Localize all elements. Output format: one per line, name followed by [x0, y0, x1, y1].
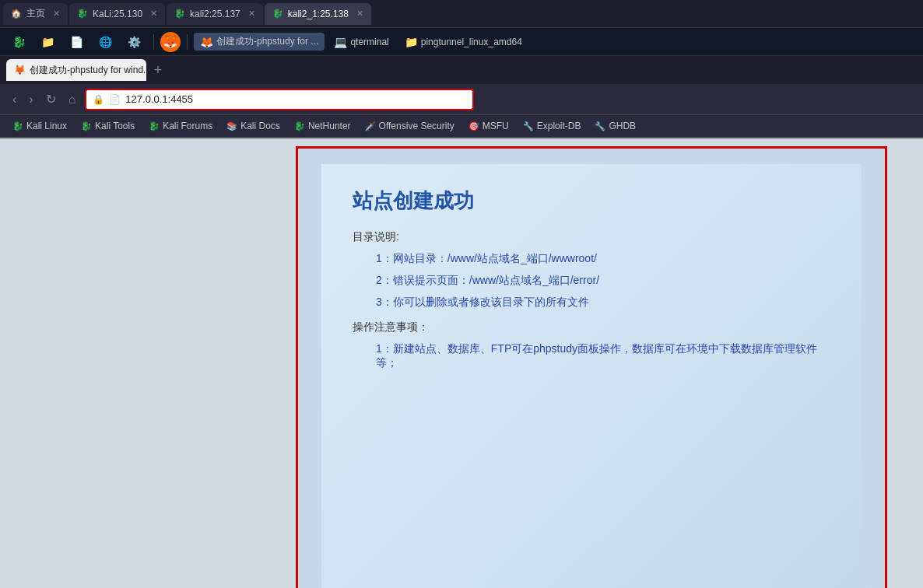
dir-item-2: 2：错误提示页面：/www/站点域名_端口/error/ — [376, 274, 830, 288]
bookmark-kali-linux[interactable]: 🐉 Kali Linux — [6, 119, 73, 133]
ops-list: 1：新建站点、数据库、FTP可在phpstudy面板操作，数据库可在环境中下载数… — [376, 342, 830, 370]
qterminal-icon: 💻 — [334, 36, 347, 48]
tab-home-close[interactable]: ✕ — [53, 9, 60, 19]
settings-icon: ⚙️ — [128, 36, 141, 48]
back-button[interactable]: ‹ — [9, 91, 19, 108]
bookmark-offensive-security[interactable]: 🗡️ Offensive Security — [359, 119, 461, 133]
directory-label: 目录说明: — [353, 230, 830, 244]
taskbar-app-doc[interactable]: 📄 — [64, 33, 89, 51]
bookmark-nethunter-icon: 🐉 — [294, 121, 305, 131]
tab-home[interactable]: 🏠 主页 ✕ — [3, 3, 68, 25]
browser-tab-phpstudy-icon: 🦊 — [14, 65, 26, 75]
tab-home-icon: 🏠 — [11, 9, 22, 19]
bookmarks-bar: 🐉 Kali Linux 🐉 Kali Tools 🐉 Kali Forums … — [0, 115, 923, 138]
bookmark-kali-linux-icon: 🐉 — [12, 121, 23, 131]
bookmark-exploit-db[interactable]: 🔧 Exploit-DB — [517, 119, 588, 133]
url-doc-icon: 📄 — [109, 94, 121, 105]
taskbar: 🐉 📁 📄 🌐 ⚙️ 🦊 🦊 创建成功-phpstudy for ... 💻 q… — [0, 28, 923, 56]
taskbar-app-settings[interactable]: ⚙️ — [121, 33, 147, 51]
taskbar-app-files[interactable]: 📁 — [35, 33, 61, 51]
taskbar-pingtunnel[interactable]: 📁 pingtunnel_linux_amd64 — [398, 33, 528, 51]
page-content: 站点创建成功 目录说明: 1：网站目录：/www/站点域名_端口/wwwroot… — [0, 138, 923, 588]
bookmark-msfu-icon: 🎯 — [469, 121, 479, 131]
bookmark-ghdb[interactable]: 🔧 GHDB — [588, 119, 642, 133]
firefox-button[interactable]: 🦊 — [160, 32, 181, 52]
url-shield-icon: 🔒 — [93, 94, 104, 105]
taskbar-qterminal[interactable]: 💻 qterminal — [328, 33, 395, 51]
tab-kali130-icon: 🐉 — [77, 9, 88, 19]
tab-kali137[interactable]: 🐉 kali2:25.137 ✕ — [167, 3, 263, 25]
tab-kali137-icon: 🐉 — [174, 9, 185, 19]
taskbar-separator2 — [187, 34, 188, 50]
dir-item-3: 3：你可以删除或者修改该目录下的所有文件 — [376, 296, 830, 310]
bookmark-exploit-db-icon: 🔧 — [523, 121, 534, 131]
bookmark-ghdb-icon: 🔧 — [595, 121, 605, 131]
bookmark-kali-forums-icon: 🐉 — [149, 121, 160, 131]
doc-icon: 📄 — [70, 36, 83, 48]
bookmark-kali-forums[interactable]: 🐉 Kali Forums — [142, 119, 219, 133]
tab-kali138-close[interactable]: ✕ — [356, 9, 363, 19]
taskbar-separator — [153, 34, 154, 50]
bookmark-msfu[interactable]: 🎯 MSFU — [462, 119, 515, 133]
pingtunnel-icon: 📁 — [405, 36, 418, 48]
firefox-icon: 🦊 — [163, 34, 178, 49]
home-button[interactable]: ⌂ — [65, 91, 79, 108]
files-icon: 📁 — [41, 36, 54, 48]
reload-button[interactable]: ↻ — [43, 90, 59, 108]
forward-button[interactable]: › — [26, 91, 36, 108]
kali-logo-icon: 🐉 — [12, 36, 26, 48]
dir-item-1: 1：网站目录：/www/站点域名_端口/wwwroot/ — [376, 252, 830, 266]
success-title: 站点创建成功 — [353, 187, 830, 215]
ops-label: 操作注意事项： — [353, 320, 830, 334]
bookmark-nethunter[interactable]: 🐉 NetHunter — [288, 119, 357, 133]
content-inner: 站点创建成功 目录说明: 1：网站目录：/www/站点域名_端口/wwwroot… — [321, 164, 862, 588]
taskbar-phpstudy[interactable]: 🦊 创建成功-phpstudy for ... — [194, 33, 325, 51]
tab-kali130[interactable]: 🐉 KaLi:25.130 ✕ — [69, 3, 165, 25]
tab-kali138[interactable]: 🐉 kali2_1:25.138 ✕ — [265, 3, 371, 25]
urlbar-row: ‹ › ↻ ⌂ 🔒 📄 127.0.0.1:4455 — [0, 84, 923, 115]
phpstudy-taskbar-icon: 🦊 — [200, 36, 213, 48]
url-text: 127.0.0.1:4455 — [125, 93, 193, 105]
taskbar-kali-logo[interactable]: 🐉 — [6, 33, 32, 51]
directory-list: 1：网站目录：/www/站点域名_端口/wwwroot/ 2：错误提示页面：/w… — [376, 252, 830, 310]
tab-kali130-close[interactable]: ✕ — [150, 9, 157, 19]
bookmark-offensive-security-icon: 🗡️ — [365, 121, 376, 131]
url-bar[interactable]: 🔒 📄 127.0.0.1:4455 — [85, 89, 474, 110]
left-area — [0, 138, 296, 588]
tab-kali138-icon: 🐉 — [272, 9, 283, 19]
browser-tab-phpstudy[interactable]: 🦊 创建成功-phpstudy for wind... ✕ — [6, 59, 146, 81]
content-box: 站点创建成功 目录说明: 1：网站目录：/www/站点域名_端口/wwwroot… — [296, 146, 887, 588]
new-tab-button[interactable]: + — [148, 60, 168, 80]
bookmark-kali-tools-icon: 🐉 — [81, 121, 92, 131]
ops-item-1: 1：新建站点、数据库、FTP可在phpstudy面板操作，数据库可在环境中下载数… — [376, 342, 830, 370]
browser-icon: 🌐 — [99, 36, 112, 48]
tab-kali137-close[interactable]: ✕ — [248, 9, 255, 19]
title-bar: 🏠 主页 ✕ 🐉 KaLi:25.130 ✕ 🐉 kali2:25.137 ✕ … — [0, 0, 923, 28]
bookmark-kali-docs[interactable]: 📚 Kali Docs — [220, 119, 286, 133]
browser-tabs-row: 🦊 创建成功-phpstudy for wind... ✕ + — [0, 56, 923, 84]
taskbar-app-browser[interactable]: 🌐 — [93, 33, 118, 51]
bookmark-kali-docs-icon: 📚 — [226, 121, 237, 131]
bookmark-kali-tools[interactable]: 🐉 Kali Tools — [75, 119, 141, 133]
